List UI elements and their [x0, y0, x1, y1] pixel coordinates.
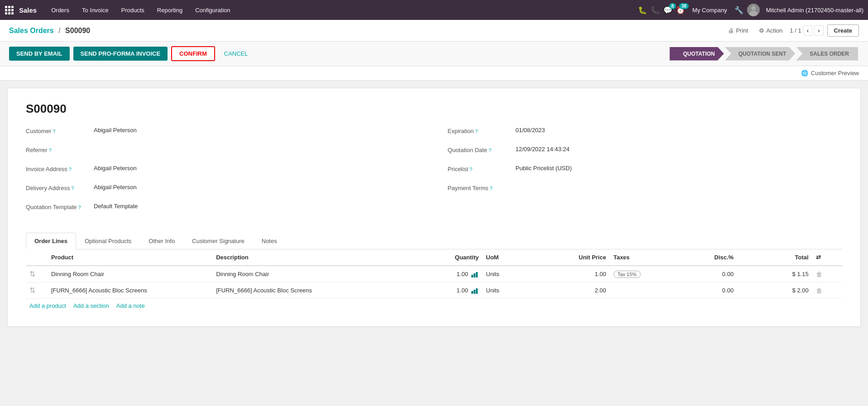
order-lines-table-container: Product Description Quantity UoM Unit Pr…: [26, 249, 842, 313]
action-button[interactable]: ⚙ Action: [755, 25, 786, 36]
row1-uom[interactable]: Units: [482, 266, 542, 282]
tab-order-lines[interactable]: Order Lines: [26, 233, 76, 249]
svg-rect-2: [11, 6, 14, 8]
add-section-link[interactable]: Add a section: [73, 302, 109, 309]
phone-icon[interactable]: 📞: [651, 6, 660, 14]
apps-menu[interactable]: [5, 5, 14, 14]
cancel-button[interactable]: CANCEL: [219, 47, 254, 60]
prev-button[interactable]: ‹: [803, 25, 812, 36]
col-uom-header: UoM: [482, 249, 542, 266]
delivery-help-icon[interactable]: ?: [72, 186, 74, 191]
forecast-icon: [471, 272, 479, 277]
row1-price[interactable]: 1.00: [542, 266, 610, 282]
tab-customer-signature[interactable]: Customer Signature: [183, 233, 253, 249]
nav-orders[interactable]: Orders: [46, 4, 75, 16]
expiration-help-icon[interactable]: ?: [475, 129, 478, 134]
breadcrumb-actions: 🖨 Print ⚙ Action 1 / 1 ‹ › Create: [724, 24, 859, 37]
delivery-address-value[interactable]: Abigail Peterson: [94, 184, 421, 191]
drag-handle-icon[interactable]: ⇅: [29, 270, 35, 278]
add-product-link[interactable]: Add a product: [29, 302, 66, 309]
invoice-help-icon[interactable]: ?: [69, 167, 72, 172]
chat-icon[interactable]: 💬 8: [663, 6, 672, 14]
invoice-address-value[interactable]: Abigail Peterson: [94, 165, 421, 172]
delete-row1-button[interactable]: 🗑: [816, 271, 822, 278]
tab-notes[interactable]: Notes: [253, 233, 286, 249]
chat-badge: 8: [669, 3, 676, 9]
row2-qty[interactable]: 1.00: [422, 282, 482, 299]
quotation-date-value[interactable]: 12/09/2022 14:43:24: [516, 146, 843, 153]
pricelist-value[interactable]: Public Pricelist (USD): [516, 165, 843, 172]
avatar[interactable]: [747, 4, 760, 16]
invoice-address-label: Invoice Address ?: [26, 165, 94, 172]
template-help-icon[interactable]: ?: [78, 205, 81, 210]
customer-value[interactable]: Abigail Peterson: [94, 127, 421, 134]
svg-rect-5: [11, 9, 14, 11]
pricelist-help-icon[interactable]: ?: [470, 167, 472, 172]
quotation-date-field: Quotation Date ? 12/09/2022 14:43:24: [448, 146, 843, 159]
customer-help-icon[interactable]: ?: [53, 129, 55, 134]
col-disc-header: Disc.%: [685, 249, 737, 266]
expiration-value[interactable]: 01/08/2023: [516, 127, 843, 134]
tab-other-info[interactable]: Other Info: [140, 233, 183, 249]
delete-row2-button[interactable]: 🗑: [816, 287, 822, 294]
print-button[interactable]: 🖨 Print: [724, 25, 752, 36]
clock-icon[interactable]: ⏰ 38: [676, 6, 685, 14]
create-button[interactable]: Create: [827, 24, 859, 37]
action-bar: SEND BY EMAIL SEND PRO-FORMA INVOICE CON…: [0, 42, 868, 66]
columns-icon[interactable]: ⇄: [816, 254, 821, 261]
quotation-template-value[interactable]: Default Template: [94, 203, 421, 210]
expiration-label: Expiration ?: [448, 127, 516, 134]
customer-preview-button[interactable]: 🌐 Customer Preview: [801, 70, 859, 76]
bug-icon[interactable]: 🐛: [638, 6, 647, 14]
forecast-icon: [471, 288, 479, 294]
tax-badge[interactable]: Tax 15%: [614, 271, 641, 278]
row2-drag[interactable]: ⇅: [26, 282, 48, 299]
col-desc-header: Description: [212, 249, 422, 266]
quotation-template-field: Quotation Template ? Default Template: [26, 203, 421, 216]
clock-badge: 38: [679, 3, 689, 9]
referrer-help-icon[interactable]: ?: [49, 148, 52, 153]
col-price-header: Unit Price: [542, 249, 610, 266]
row2-desc[interactable]: [FURN_6666] Acoustic Bloc Screens: [212, 282, 422, 299]
row1-disc[interactable]: 0.00: [685, 266, 737, 282]
row1-qty[interactable]: 1.00: [422, 266, 482, 282]
row1-drag[interactable]: ⇅: [26, 266, 48, 282]
row2-disc[interactable]: 0.00: [685, 282, 737, 299]
delivery-address-field: Delivery Address ? Abigail Peterson: [26, 184, 421, 197]
row1-product[interactable]: Dinning Room Chair: [48, 266, 212, 282]
svg-rect-15: [474, 290, 475, 294]
confirm-button[interactable]: CONFIRM: [171, 46, 215, 61]
user-name: Mitchell Admin (21702450-master-all): [766, 7, 863, 14]
col-drag: [26, 249, 48, 266]
preview-bar: 🌐 Customer Preview: [0, 66, 868, 81]
payment-help-icon[interactable]: ?: [490, 186, 493, 191]
qdate-help-icon[interactable]: ?: [489, 148, 491, 153]
col-taxes-header: Taxes: [610, 249, 685, 266]
send-proforma-button[interactable]: SEND PRO-FORMA INVOICE: [73, 47, 168, 61]
nav-products[interactable]: Products: [115, 4, 149, 16]
svg-rect-12: [474, 273, 475, 277]
globe-icon: 🌐: [801, 70, 808, 76]
company-name: My Company: [692, 7, 727, 14]
row1-total: $ 1.15: [737, 266, 812, 282]
nav-to-invoice[interactable]: To Invoice: [77, 4, 114, 16]
add-note-link[interactable]: Add a note: [116, 302, 145, 309]
row2-uom[interactable]: Units: [482, 282, 542, 299]
nav-icons: 🐛 📞 💬 8 ⏰ 38 My Company 🔧 Mitchell Admin…: [638, 4, 863, 16]
breadcrumb-current: S00090: [65, 27, 90, 34]
breadcrumb-parent[interactable]: Sales Orders: [9, 27, 54, 34]
row2-price[interactable]: 2.00: [542, 282, 610, 299]
next-button[interactable]: ›: [814, 25, 823, 36]
nav-reporting[interactable]: Reporting: [152, 4, 188, 16]
nav-configuration[interactable]: Configuration: [190, 4, 235, 16]
pricelist-label: Pricelist ?: [448, 165, 516, 172]
svg-rect-0: [5, 6, 7, 8]
svg-rect-7: [8, 12, 10, 14]
drag-handle-icon[interactable]: ⇅: [29, 287, 35, 294]
send-email-button[interactable]: SEND BY EMAIL: [9, 47, 70, 61]
settings-icon[interactable]: 🔧: [734, 6, 743, 14]
row1-desc[interactable]: Dinning Room Chair: [212, 266, 422, 282]
delivery-address-label: Delivery Address ?: [26, 184, 94, 191]
row2-product[interactable]: [FURN_6666] Acoustic Bloc Screens: [48, 282, 212, 299]
tab-optional-products[interactable]: Optional Products: [76, 233, 140, 249]
